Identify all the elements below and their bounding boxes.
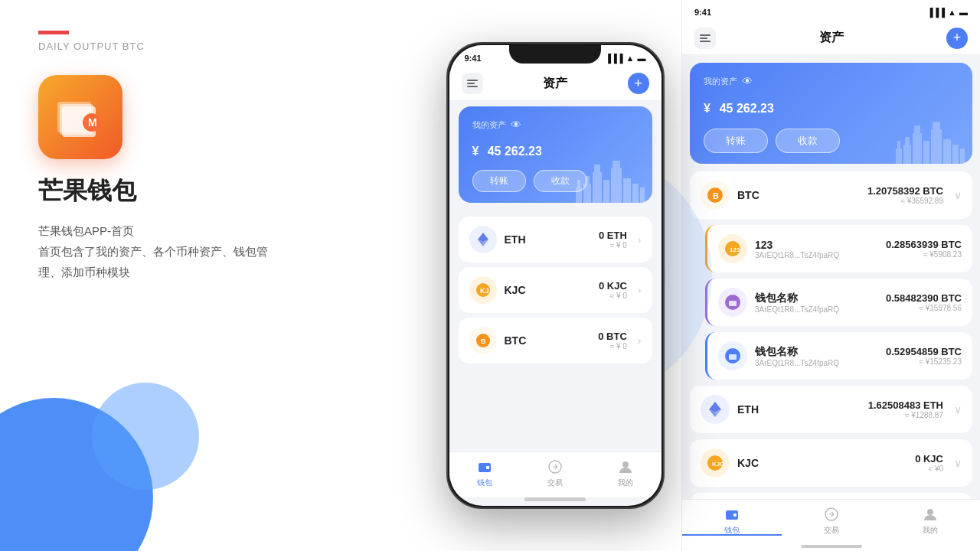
svg-rect-36 [903, 145, 911, 164]
btc-chevron-icon: › [638, 334, 642, 347]
phone-notch [509, 44, 601, 64]
right-time: 9:41 [694, 8, 711, 17]
svg-rect-32 [700, 37, 707, 39]
right-transfer-button[interactable]: 转账 [704, 129, 768, 153]
svg-text:B: B [713, 191, 719, 201]
eth-chevron-icon: › [638, 233, 642, 246]
btc-amount: 0 BTC ≈ ¥ 0 [598, 331, 627, 350]
svg-rect-37 [905, 137, 910, 145]
btc-icon: B [469, 327, 497, 354]
svg-rect-45 [960, 148, 965, 164]
svg-rect-39 [914, 126, 920, 133]
right-add-button[interactable]: + [946, 28, 968, 49]
battery-icon: ▬ [638, 54, 646, 63]
svg-rect-40 [923, 141, 929, 164]
add-button[interactable]: + [628, 73, 649, 94]
svg-rect-10 [583, 184, 591, 203]
right-coin-123[interactable]: 123 123 3ArEQt1R8...TsZ4fpaRQ 0.28563939… [705, 225, 972, 272]
phone-tabbar: 钱包 交易 我的 [449, 452, 662, 497]
svg-rect-41 [931, 129, 942, 164]
svg-rect-13 [594, 165, 600, 172]
kjc-chevron-icon: › [638, 284, 642, 296]
right-eye-icon[interactable]: 👁 [742, 75, 753, 87]
right-asset-card: 我的资产 👁 ¥ 45 262.23 转账 收款 [690, 63, 972, 164]
accent-bar [38, 31, 69, 34]
right-wallet2-icon [718, 341, 747, 370]
right-coin-wallet2[interactable]: 钱包名称 3ArEQt1R8...TsZ4fpaRQ 0.52954859 BT… [705, 332, 972, 380]
kjc-info: KJC [505, 284, 591, 296]
btc-info: BTC [505, 334, 591, 347]
right-coin-btc[interactable]: B BTC 1.20758392 BTC ≈ ¥36592.89 ∨ [690, 171, 972, 219]
right-body: 我的资产 👁 ¥ 45 262.23 转账 收款 [682, 55, 980, 499]
left-subtitle: DAILY OUTPUT BTC [38, 41, 390, 52]
svg-rect-31 [700, 34, 710, 36]
right-kjc-icon: KJC [701, 448, 730, 478]
right-header-title: 资产 [819, 30, 844, 46]
right-kjc-info: KJC [737, 457, 907, 469]
svg-rect-42 [933, 122, 940, 129]
right-tab-transaction[interactable]: 交易 [782, 506, 881, 536]
coin-item-kjc[interactable]: KJ KJC 0 KJC ≈ ¥ 0 › [459, 267, 652, 313]
svg-rect-18 [632, 184, 639, 203]
app-name: 芒果钱包 [38, 174, 390, 208]
tab-transaction[interactable]: 交易 [520, 458, 590, 488]
right-tab-profile[interactable]: 我的 [880, 506, 980, 536]
svg-rect-51 [729, 301, 737, 306]
phone-panel: 9:41 ▐▐▐ ▲ ▬ 资产 + 我的资产 [429, 0, 681, 551]
right-tab-wallet[interactable]: 钱包 [682, 506, 782, 536]
right-eth-info: ETH [737, 403, 861, 416]
eth-wallet-box: + 请先创建或导入ETH钱包 创建 导入 [690, 493, 972, 499]
svg-rect-6 [467, 83, 475, 84]
svg-rect-17 [623, 178, 631, 203]
coin-list: ETH 0 ETH ≈ ¥ 0 › KJ [449, 209, 662, 371]
menu-icon[interactable] [462, 73, 483, 94]
right-kjc-chevron-icon[interactable]: ∨ [954, 457, 962, 469]
asset-card-label: 我的资产 👁 [472, 119, 639, 131]
kjc-amount: 0 KJC ≈ ¥ 0 [599, 280, 627, 300]
right-kjc-amount: 0 KJC ≈ ¥0 [915, 453, 943, 473]
phone-body: 我的资产 👁 ¥ 45 262.23 转账 收款 [449, 100, 662, 452]
right-123-info: 123 3ArEQt1R8...TsZ4fpaRQ [755, 239, 878, 259]
right-wallet1-amount: 0.58482390 BTC ≈ ¥15978.56 [886, 292, 962, 312]
right-coin-kjc[interactable]: KJC KJC 0 KJC ≈ ¥0 ∨ [690, 439, 972, 487]
asset-card: 我的资产 👁 ¥ 45 262.23 转账 收款 [459, 106, 652, 203]
svg-rect-9 [577, 180, 580, 187]
svg-rect-77 [733, 514, 737, 517]
eye-icon[interactable]: 👁 [511, 119, 521, 131]
right-receive-button[interactable]: 收款 [776, 129, 840, 153]
coin-item-eth[interactable]: ETH 0 ETH ≈ ¥ 0 › [459, 217, 652, 262]
right-btc-chevron-icon[interactable]: ∨ [954, 189, 962, 201]
right-wallet-tab-icon [724, 506, 740, 523]
svg-rect-33 [700, 41, 710, 42]
right-eth-chevron-icon[interactable]: ∨ [954, 403, 962, 416]
svg-text:M: M [88, 116, 97, 129]
svg-point-30 [622, 461, 629, 468]
eth-icon [469, 226, 497, 253]
svg-rect-53 [729, 354, 737, 360]
right-coin-wallet1[interactable]: 钱包名称 3ArEQt1R8...TsZ4fpaRQ 0.58482390 BT… [705, 279, 972, 326]
right-status-icons: ▐▐▐ ▲ ▬ [927, 8, 968, 17]
right-eth-icon [701, 395, 730, 424]
svg-rect-43 [943, 139, 951, 164]
right-signal-icon: ▐▐▐ [927, 8, 945, 17]
right-123-icon: 123 [718, 234, 747, 263]
right-coin-eth[interactable]: ETH 1.62508483 ETH ≈ ¥1288.87 ∨ [690, 386, 972, 433]
tab-profile[interactable]: 我的 [590, 458, 661, 488]
right-btc-icon: B [701, 181, 730, 210]
transfer-button[interactable]: 转账 [472, 170, 526, 192]
right-btc-info: BTC [737, 189, 860, 201]
tab-wallet[interactable]: 钱包 [449, 458, 520, 488]
svg-rect-8 [576, 187, 582, 203]
right-tabbar: 钱包 交易 我的 [682, 499, 980, 545]
svg-rect-28 [486, 466, 489, 469]
transaction-tab-icon [547, 458, 564, 475]
svg-text:123: 123 [730, 246, 740, 253]
right-panel: 9:41 ▐▐▐ ▲ ▬ 资产 + 我的资产 👁 ¥ 45 262.23 转账 [681, 0, 980, 551]
svg-rect-16 [612, 161, 620, 168]
right-menu-icon[interactable] [694, 28, 716, 49]
phone-header-title: 资产 [543, 76, 567, 92]
right-asset-label: 我的资产 👁 [704, 75, 959, 87]
svg-rect-38 [913, 133, 922, 164]
coin-item-btc[interactable]: B BTC 0 BTC ≈ ¥ 0 › [459, 318, 652, 364]
eth-info: ETH [505, 233, 591, 246]
